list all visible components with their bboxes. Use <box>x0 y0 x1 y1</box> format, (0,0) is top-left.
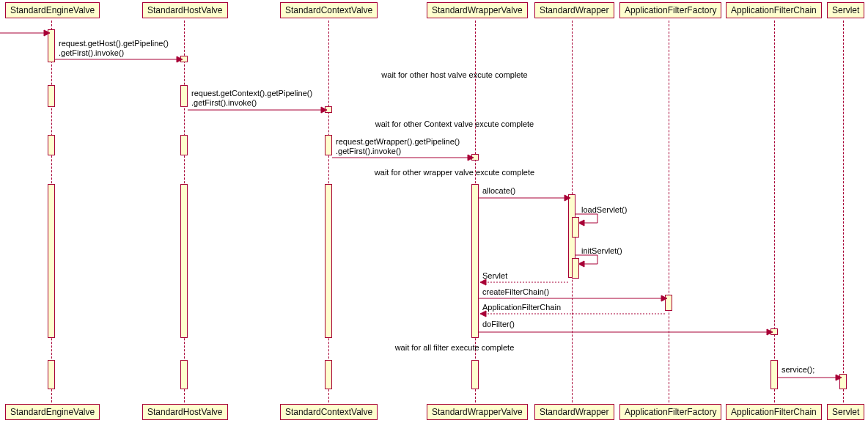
arrow-m6 <box>575 254 605 271</box>
arrow-m4 <box>479 194 572 202</box>
wait1-text: wait for other host valve excute complet… <box>308 70 601 79</box>
arrow-m1 <box>55 56 184 63</box>
activation-context-4 <box>325 184 332 338</box>
activation-wrapper-valve-2 <box>471 184 479 338</box>
participant-filter-chain-bottom: ApplicationFilterChain <box>726 404 822 420</box>
svg-marker-7 <box>468 155 474 161</box>
activation-all-5-wrapper-valve <box>471 360 479 389</box>
participant-filter-chain-top: ApplicationFilterChain <box>726 2 822 18</box>
participant-engine-top: StandardEngineValve <box>5 2 100 18</box>
svg-marker-5 <box>321 107 327 113</box>
participant-filter-factory-bottom: ApplicationFilterFactory <box>619 404 721 420</box>
participant-engine-bottom: StandardEngineValve <box>5 404 100 420</box>
svg-marker-3 <box>177 56 183 62</box>
activation-context-3 <box>325 135 332 155</box>
activation-host-4 <box>180 184 188 338</box>
participant-context-bottom: StandardContextValve <box>280 404 378 420</box>
svg-marker-27 <box>836 375 842 380</box>
activation-engine-4 <box>48 184 55 338</box>
wait4-text: wait for all filter execute complete <box>308 343 601 352</box>
label-m2: request.getContext().getPipeline() .getF… <box>191 89 312 108</box>
arrow-m11 <box>778 374 843 381</box>
activation-engine-2 <box>48 85 55 107</box>
lifeline-filter-chain <box>774 21 775 402</box>
activation-engine-3 <box>48 135 55 155</box>
svg-marker-17 <box>578 261 584 267</box>
activation-all-5-engine <box>48 360 55 389</box>
participant-host-top: StandardHostValve <box>142 2 228 18</box>
activation-all-5-filter-chain <box>770 360 778 389</box>
arrow-m5 <box>575 213 605 230</box>
participant-wrapper-bottom: StandardWrapper <box>534 404 614 420</box>
participant-wrapper-valve-top: StandardWrapperValve <box>427 2 528 18</box>
svg-marker-23 <box>480 311 486 317</box>
arrow-m7 <box>479 279 572 286</box>
activation-all-5-context <box>325 360 332 389</box>
participant-host-bottom: StandardHostValve <box>142 404 228 420</box>
wait3-text: wait for other wrapper valve excute comp… <box>308 168 601 177</box>
participant-servlet-top: Servlet <box>827 2 864 18</box>
arrow-m3 <box>332 154 475 161</box>
activation-host-2 <box>180 85 188 107</box>
participant-wrapper-valve-bottom: StandardWrapperValve <box>427 404 528 420</box>
arrow-m10 <box>479 328 774 336</box>
svg-marker-19 <box>480 279 486 285</box>
arrow-m8 <box>479 295 669 302</box>
svg-marker-21 <box>661 295 667 301</box>
participant-filter-factory-top: ApplicationFilterFactory <box>619 2 721 18</box>
participant-wrapper-top: StandardWrapper <box>534 2 614 18</box>
participant-servlet-bottom: Servlet <box>827 404 864 420</box>
arrow-external-in <box>0 29 51 37</box>
activation-host-3 <box>180 135 188 155</box>
lifeline-servlet <box>843 21 844 402</box>
wait2-text: wait for other Context valve excute comp… <box>308 119 601 128</box>
svg-marker-13 <box>578 220 584 226</box>
svg-marker-25 <box>767 329 773 335</box>
activation-all-5-host <box>180 360 188 389</box>
participant-context-top: StandardContextValve <box>280 2 378 18</box>
svg-marker-9 <box>564 195 570 201</box>
svg-marker-1 <box>44 30 50 36</box>
arrow-m2 <box>188 106 328 114</box>
arrow-m9 <box>479 310 669 317</box>
lifeline-filter-factory <box>669 21 669 402</box>
